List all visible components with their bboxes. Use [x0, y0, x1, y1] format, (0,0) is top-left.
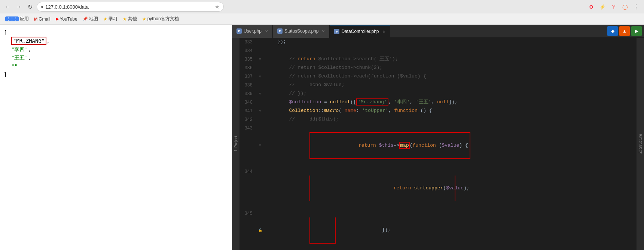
line-num-333: 333	[239, 38, 256, 46]
gutter-335: ▽	[256, 55, 264, 64]
gutter-334	[256, 46, 264, 55]
line-content-334	[264, 46, 637, 55]
json-open-bracket: [	[4, 30, 7, 36]
highlighted-block-end: });	[309, 217, 336, 244]
other-folder-icon: ★	[123, 16, 127, 22]
project-label: 1: Project	[234, 136, 238, 152]
highlighted-block-mid: return strtoupper($value);	[309, 176, 455, 201]
line-content-341: Collection::macro( name: 'toUpper', func…	[264, 107, 637, 115]
opera-button[interactable]: O	[586, 2, 596, 12]
menu-button[interactable]: ⋮	[631, 2, 641, 12]
bookmark-maps-label: 地图	[89, 16, 98, 22]
bookmark-youtube[interactable]: ▶ YouTube	[54, 16, 80, 22]
browser-icons: O ⚡ Y ◯ ⋮	[586, 2, 641, 12]
status-icon: ◯	[622, 4, 628, 10]
gmail-icon: M	[34, 17, 37, 21]
code-editor[interactable]: 333 }); 334 335 ▽ //	[239, 38, 637, 250]
code-line-342: 342 // dd($this);	[239, 115, 637, 124]
apps-icon: ⋮⋮⋮	[5, 16, 19, 21]
back-button[interactable]: ←	[3, 2, 12, 11]
line-num-339: 339	[239, 89, 256, 98]
bookmark-gmail-label: Gmail	[39, 16, 50, 22]
gutter-339: ▽	[256, 89, 264, 98]
status-button[interactable]: ◯	[620, 2, 630, 12]
refresh-button[interactable]: ↻	[25, 2, 34, 11]
address-bar[interactable]: ● 127.0.0.1:8000/data ★	[37, 2, 224, 12]
line-content-344: return strtoupper($value);	[264, 167, 637, 209]
gutter-338	[256, 81, 264, 89]
gutter-345: 🔒	[256, 209, 264, 250]
bookmark-gmail[interactable]: M Gmail	[32, 16, 53, 22]
ide-right-icon-orange[interactable]: ▲	[619, 26, 630, 36]
ide-right-icon-blue[interactable]: ◆	[607, 26, 618, 36]
gutter-336	[256, 64, 264, 72]
code-line-334: 334	[239, 46, 637, 55]
bookmark-other-label: 其他	[128, 16, 137, 22]
ide-tab-right-icons: ◆ ▲ ▶	[605, 26, 644, 36]
highlighted-block: return $this->map(function ($value) {	[309, 132, 470, 159]
code-line-343: 343 ▽ return $this->map(function ($value…	[239, 124, 637, 167]
forward-button[interactable]: →	[14, 2, 23, 11]
json-item-1: "李四"	[11, 46, 28, 52]
code-line-337: 337 ▽ // return $collection->each(functi…	[239, 72, 637, 81]
bookmark-study-label: 学习	[109, 16, 117, 22]
bookmark-apps[interactable]: ⋮⋮⋮ 应用	[3, 15, 31, 23]
code-line-344: 344 return strtoupper($value);	[239, 167, 637, 209]
user-php-icon: P	[236, 28, 242, 34]
line-num-335: 335	[239, 55, 256, 64]
tab-data-controller-php-close[interactable]: ✕	[382, 30, 385, 34]
maps-icon: 📌	[83, 16, 88, 21]
line-content-343: return $this->map(function ($value) {	[264, 124, 637, 167]
browser-titlebar: ← → ↻ ● 127.0.0.1:8000/data ★ O ⚡ Y ◯	[0, 0, 644, 13]
json-item-0: "MR.ZHANG"	[11, 37, 46, 45]
tab-status-scope-php-label: StatusScope.php	[284, 28, 318, 34]
bookmark-maps[interactable]: 📌 地图	[80, 15, 100, 23]
structure-strip[interactable]: Z: Structure	[637, 38, 644, 250]
tab-status-scope-php[interactable]: P StatusScope.php ✕	[273, 25, 330, 38]
yandex-button[interactable]: Y	[609, 2, 619, 12]
study-folder-icon: ★	[103, 16, 107, 22]
ide-area: P User.php ✕ P StatusScope.php ✕ P DataC…	[232, 25, 644, 250]
line-num-336: 336	[239, 64, 256, 72]
bookmark-study[interactable]: ★ 学习	[101, 15, 120, 23]
json-items: "MR.ZHANG", "李四", "王五", ""	[4, 37, 228, 70]
line-content-337: // return $collection->each(function ($v…	[264, 72, 637, 81]
browser-chrome: ← → ↻ ● 127.0.0.1:8000/data ★ O ⚡ Y ◯	[0, 0, 644, 25]
project-strip[interactable]: 1: Project	[232, 38, 239, 250]
tab-user-php[interactable]: P User.php ✕	[232, 25, 273, 38]
line-num-340: 340	[239, 98, 256, 107]
url-text: 127.0.0.1:8000/data	[45, 4, 213, 10]
line-num-337: 337	[239, 72, 256, 81]
gutter-340	[256, 98, 264, 107]
line-num-334: 334	[239, 46, 256, 55]
gutter-333	[256, 38, 264, 46]
json-item-3: ""	[11, 63, 18, 69]
ide-right-icon-green[interactable]: ▶	[631, 26, 642, 36]
opera-icon: O	[589, 4, 593, 10]
line-content-335: // return $collection->search('王五');	[264, 55, 637, 64]
line-content-336: // return $collection->chunk(2);	[264, 64, 637, 72]
bookmark-python[interactable]: ★ python官方文档	[140, 15, 181, 23]
line-content-340: $collection = collect(['Mr.zhang', '李四',…	[264, 98, 637, 107]
line-num-344: 344	[239, 167, 256, 209]
youtube-icon: ▶	[56, 16, 59, 21]
bookmark-other[interactable]: ★ 其他	[120, 15, 139, 23]
code-line-335: 335 ▽ // return $collection->search('王五'…	[239, 55, 637, 64]
line-num-342: 342	[239, 115, 256, 124]
line-num-341: 341	[239, 107, 256, 115]
extension-button[interactable]: ⚡	[598, 2, 607, 12]
line-content-339: // });	[264, 89, 637, 98]
gutter-344	[256, 167, 264, 209]
bookmark-python-label: python官方文档	[147, 16, 179, 22]
tab-status-scope-php-close[interactable]: ✕	[322, 29, 325, 33]
tab-data-controller-php[interactable]: P DataController.php ✕	[330, 25, 390, 38]
code-line-341: 341 ▽ Collection::macro( name: 'toUpper'…	[239, 107, 637, 115]
bookmark-youtube-label: YouTube	[60, 16, 77, 22]
line-content-345: });	[264, 209, 637, 250]
tab-user-php-close[interactable]: ✕	[265, 29, 268, 33]
ide-body: 1: Project 333 }); 334	[232, 38, 644, 250]
extension-icon: ⚡	[599, 4, 605, 10]
structure-label: Z: Structure	[638, 134, 643, 153]
code-line-339: 339 ▽ // });	[239, 89, 637, 98]
code-line-345: 345 🔒 });	[239, 209, 637, 250]
